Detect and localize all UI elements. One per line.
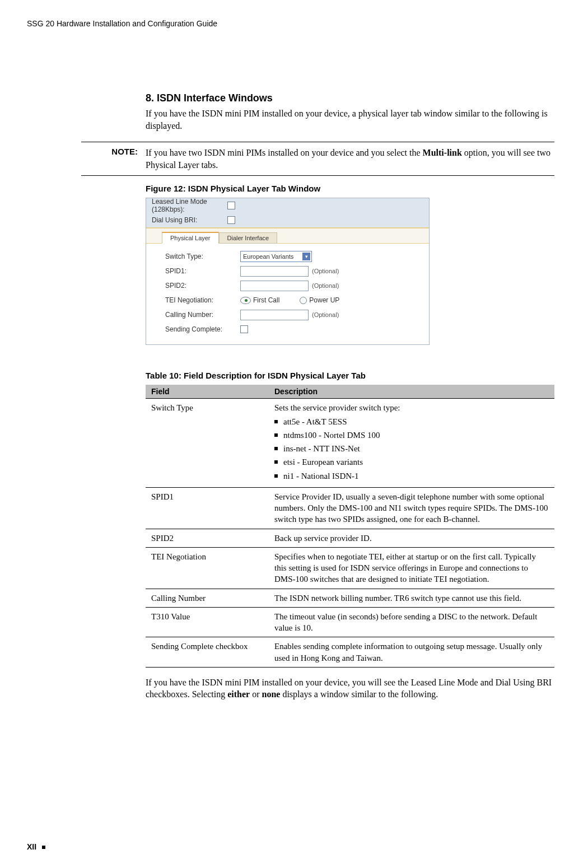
closing-b1: either (227, 689, 250, 699)
spid1-label: SPID1: (165, 267, 240, 275)
note-bold: Multi-link (423, 148, 462, 157)
note-block: NOTE: If you have two ISDN mini PIMs ins… (81, 142, 554, 176)
calling-number-label: Calling Number: (165, 311, 240, 319)
field-description-table: Field Description Switch Type Sets the s… (146, 385, 554, 668)
tab-dialer-interface[interactable]: Dialer Interface (219, 232, 278, 244)
isdn-screenshot: Leased Line Mode (128Kbps): Dial Using B… (146, 198, 430, 345)
list-item: ni1 - National ISDN-1 (274, 470, 549, 482)
leased-line-label: Leased Line Mode (128Kbps): (152, 198, 227, 213)
table-row: T310 Value The timeout value (in seconds… (146, 607, 554, 637)
table-header-row: Field Description (146, 385, 554, 399)
tab-physical-layer[interactable]: Physical Layer (162, 232, 219, 244)
running-header: SSG 20 Hardware Installation and Configu… (27, 19, 554, 28)
cell-desc: The ISDN network billing number. TR6 swi… (269, 589, 554, 607)
section-title: 8. ISDN Interface Windows (146, 92, 554, 104)
sending-complete-label: Sending Complete: (165, 325, 240, 333)
table-caption: Table 10: Field Description for ISDN Phy… (146, 371, 554, 380)
th-field: Field (146, 385, 269, 399)
table-row: Switch Type Sets the service provider sw… (146, 399, 554, 488)
sending-complete-checkbox[interactable] (240, 325, 248, 333)
figure-caption: Figure 12: ISDN Physical Layer Tab Windo… (146, 184, 554, 193)
footer-square-icon (42, 846, 45, 849)
cell-desc: Sets the service provider switch type: a… (269, 399, 554, 488)
switch-type-select[interactable]: European Variants ▾ (240, 251, 312, 262)
note-label: NOTE: (81, 147, 146, 171)
dial-using-label: Dial Using BRI: (152, 216, 227, 224)
leased-line-b: (128Kbps): (152, 206, 185, 213)
cell-field: TEI Negotiation (146, 547, 269, 589)
chevron-down-icon: ▾ (302, 253, 310, 260)
page-number: XII (27, 842, 36, 851)
note-text: If you have two ISDN mini PIMs installed… (146, 147, 554, 171)
cell-field: SPID1 (146, 487, 269, 529)
leased-line-a: Leased Line Mode (152, 198, 207, 206)
table-row: SPID1 Service Provider ID, usually a sev… (146, 487, 554, 529)
switch-type-value: European Variants (243, 253, 293, 260)
cell-field: Switch Type (146, 399, 269, 488)
intro-paragraph: If you have the ISDN mini PIM installed … (146, 108, 554, 132)
table-row: TEI Negotiation Specifies when to negoti… (146, 547, 554, 589)
spid2-optional: (Optional) (312, 282, 339, 289)
list-item: ins-net - NTT INS-Net (274, 443, 549, 454)
cell-field: Sending Complete checkbox (146, 637, 269, 668)
spid2-label: SPID2: (165, 282, 240, 290)
tei-power-up-radio[interactable] (300, 297, 307, 304)
note-text-a: If you have two ISDN mini PIMs installed… (146, 148, 423, 157)
tei-first-call-radio[interactable] (240, 297, 251, 304)
row0-intro: Sets the service provider switch type: (274, 403, 400, 412)
cell-desc: Specifies when to negotiate TEI, either … (269, 547, 554, 589)
table-row: Sending Complete checkbox Enables sendin… (146, 637, 554, 668)
calling-number-input[interactable] (240, 310, 309, 320)
closing-c: displays a window similar to the followi… (280, 689, 438, 699)
cell-desc: Enables sending complete information to … (269, 637, 554, 668)
spid1-input[interactable] (240, 266, 309, 277)
list-item: ntdms100 - Nortel DMS 100 (274, 430, 549, 441)
table-row: Calling Number The ISDN network billing … (146, 589, 554, 607)
spid1-optional: (Optional) (312, 268, 339, 274)
tei-first-call-text: First Call (253, 296, 279, 304)
tei-power-up-text: Power UP (309, 296, 339, 304)
list-item: att5e - At&T 5ESS (274, 416, 549, 427)
closing-mid: or (250, 689, 262, 699)
cell-field: SPID2 (146, 529, 269, 547)
cell-desc: Service Provider ID, usually a seven-dig… (269, 487, 554, 529)
leased-line-checkbox[interactable] (227, 202, 235, 209)
cell-field: T310 Value (146, 607, 269, 637)
th-description: Description (269, 385, 554, 399)
tei-label: TEI Negotiation: (165, 296, 240, 304)
switch-type-label: Switch Type: (165, 253, 240, 260)
cell-field: Calling Number (146, 589, 269, 607)
cell-desc: The timeout value (in seconds) before se… (269, 607, 554, 637)
closing-paragraph: If you have the ISDN mini PIM installed … (146, 676, 554, 701)
dial-using-checkbox[interactable] (227, 216, 235, 224)
list-item: etsi - European variants (274, 456, 549, 468)
calling-number-optional: (Optional) (312, 311, 339, 318)
spid2-input[interactable] (240, 281, 309, 291)
closing-b2: none (262, 689, 280, 699)
cell-desc: Back up service provider ID. (269, 529, 554, 547)
page-footer: XII (27, 842, 45, 851)
table-row: SPID2 Back up service provider ID. (146, 529, 554, 547)
